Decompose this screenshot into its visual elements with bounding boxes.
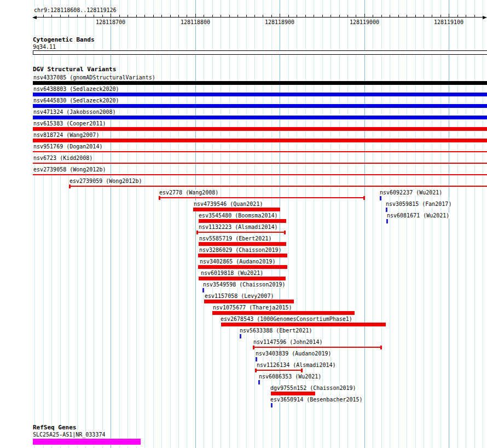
variant-point-marker[interactable] — [386, 219, 388, 223]
variant-point-marker[interactable] — [386, 208, 387, 212]
refseq-gene-bar[interactable] — [33, 439, 141, 445]
variant-right-endcap[interactable] — [284, 231, 286, 234]
variant-point-marker[interactable] — [256, 357, 257, 361]
ruler-tick — [94, 15, 94, 17]
variant-span-line[interactable] — [33, 174, 487, 175]
variant-label[interactable]: nsv1126134 (Alsmadi2014) — [256, 362, 337, 368]
variant-bar[interactable] — [193, 208, 280, 211]
ruler-tick — [136, 15, 137, 17]
gridline-minor — [297, 0, 297, 448]
variant-label[interactable]: nsv3059815 (Fan2017) — [385, 201, 452, 207]
variant-label[interactable]: nsv3286029 (Chaisson2019) — [199, 247, 282, 253]
ruler-tick — [474, 15, 475, 17]
gridline-major — [280, 0, 280, 448]
variant-bar[interactable] — [204, 300, 294, 303]
gridline-major — [449, 0, 449, 448]
variant-label[interactable]: nsv5633388 (Ebert2021) — [239, 328, 312, 334]
variant-point-marker[interactable] — [380, 196, 381, 200]
ruler-tick — [356, 15, 356, 17]
variant-label[interactable]: esv2678543 (1000GenomesConsortiumPhase1) — [220, 316, 353, 322]
variant-left-endcap[interactable] — [255, 369, 257, 372]
variant-bar[interactable] — [33, 104, 487, 108]
variant-label[interactable]: nsv471324 (Jakobsson2008) — [33, 109, 117, 115]
variant-label[interactable]: nsv4739546 (Quan2021) — [193, 201, 263, 207]
variant-right-endcap[interactable] — [363, 196, 365, 200]
variant-left-endcap[interactable] — [69, 185, 71, 188]
ruler-tick — [407, 15, 407, 17]
variant-label[interactable]: nsv6438803 (Sedlazeck2020) — [33, 86, 120, 92]
variant-label[interactable]: nsv4337085 (gnomADStructuralVariants) — [33, 74, 156, 81]
variant-bar[interactable] — [33, 81, 487, 85]
variant-label[interactable]: esv3650914 (Besenbacher2015) — [270, 397, 363, 403]
ruler-coordinate-label: 128119000 — [350, 19, 379, 25]
ruler-tick — [440, 15, 441, 17]
gridline-minor — [424, 0, 424, 448]
variant-right-endcap[interactable] — [380, 346, 382, 349]
variant-label[interactable]: nsv6081671 (Wu2021) — [386, 212, 450, 219]
variant-bar[interactable] — [33, 127, 487, 131]
ruler-tick — [457, 15, 458, 17]
variant-bar[interactable] — [221, 323, 386, 326]
variant-span-line[interactable] — [253, 347, 382, 348]
variant-span-line[interactable] — [33, 163, 487, 164]
variant-span-line[interactable] — [69, 186, 487, 187]
variant-label[interactable]: nsv818724 (Wang2007) — [33, 132, 100, 138]
variant-bar[interactable] — [199, 219, 286, 223]
variant-bar[interactable] — [33, 116, 487, 119]
variant-label[interactable]: nsv1147596 (John2014) — [253, 339, 323, 345]
variant-label[interactable]: esv2739059 (Wong2012b) — [69, 178, 142, 184]
variant-label[interactable]: nsv3403839 (Audano2019) — [255, 351, 332, 357]
variant-point-marker[interactable] — [271, 403, 273, 407]
ruler-tick — [390, 15, 390, 17]
variant-span-line[interactable] — [33, 151, 487, 152]
variant-point-marker[interactable] — [202, 288, 204, 292]
variant-label[interactable]: nsv6445830 (Sedlazeck2020) — [33, 97, 120, 104]
gridline-minor — [153, 0, 154, 448]
variant-point-marker[interactable] — [240, 334, 241, 338]
variant-left-endcap[interactable] — [159, 196, 160, 200]
variant-right-endcap[interactable] — [301, 369, 303, 372]
variant-label[interactable]: esv1157058 (Levy2007) — [204, 293, 274, 299]
ruler-tick — [449, 14, 449, 17]
variant-label[interactable]: nsv3402865 (Audano2019) — [199, 259, 276, 265]
cytogenetic-band-label[interactable]: 9q34.11 — [32, 44, 56, 50]
variant-label[interactable]: nsv1075677 (Thareja2015) — [212, 305, 293, 311]
variant-span-line[interactable] — [159, 197, 365, 198]
variant-left-endcap[interactable] — [253, 346, 254, 349]
ruler-tick — [331, 15, 331, 17]
variant-label[interactable]: nsv951769 (Dogan2014) — [33, 143, 103, 150]
gridline-minor — [305, 0, 306, 448]
variant-label[interactable]: nsv6092237 (Wu2021) — [379, 189, 443, 196]
variant-bar[interactable] — [212, 311, 355, 315]
ruler-tick — [415, 15, 416, 17]
variant-label[interactable]: nsv6019818 (Wu2021) — [200, 270, 264, 276]
ruler-tick — [204, 15, 204, 17]
ruler-tick — [254, 15, 255, 17]
variant-bar[interactable] — [198, 254, 287, 257]
variant-label[interactable]: dgv9755n152 (Chaisson2019) — [270, 385, 357, 391]
variant-label[interactable]: esv2739058 (Wong2012b) — [33, 166, 106, 173]
variant-bar[interactable] — [199, 242, 286, 246]
variant-left-endcap[interactable] — [196, 231, 198, 234]
variant-label[interactable]: nsv3549598 (Chaisson2019) — [202, 282, 286, 288]
variant-span-line[interactable] — [255, 370, 303, 371]
variant-point-marker[interactable] — [258, 380, 260, 384]
variant-bar[interactable] — [33, 139, 487, 142]
ruler-tick — [111, 14, 111, 17]
ruler-tick — [246, 15, 247, 17]
variant-label[interactable]: nsv615383 (Cooper2011) — [33, 120, 106, 127]
variant-label[interactable]: nsv6086353 (Wu2021) — [258, 374, 322, 380]
variant-label[interactable]: esv3545480 (Boomsma2014) — [198, 212, 279, 219]
variant-bar[interactable] — [199, 277, 286, 280]
variant-label[interactable]: nsv6723 (Kidd2008) — [33, 155, 93, 161]
variant-label[interactable]: nsv1132223 (Alsmadi2014) — [198, 224, 279, 230]
variant-bar[interactable] — [33, 93, 487, 96]
variant-bar[interactable] — [271, 392, 315, 395]
cytogenetic-band-bar[interactable] — [33, 50, 487, 55]
refseq-gene-label[interactable]: SLC25A25-AS1|NR_033374 — [32, 432, 106, 438]
gridline-minor — [187, 0, 187, 448]
variant-label[interactable]: nsv5585719 (Ebert2021) — [199, 236, 272, 242]
variant-span-line[interactable] — [196, 232, 286, 233]
variant-bar[interactable] — [198, 265, 287, 269]
variant-label[interactable]: esv2778 (Wang2008) — [159, 189, 219, 196]
